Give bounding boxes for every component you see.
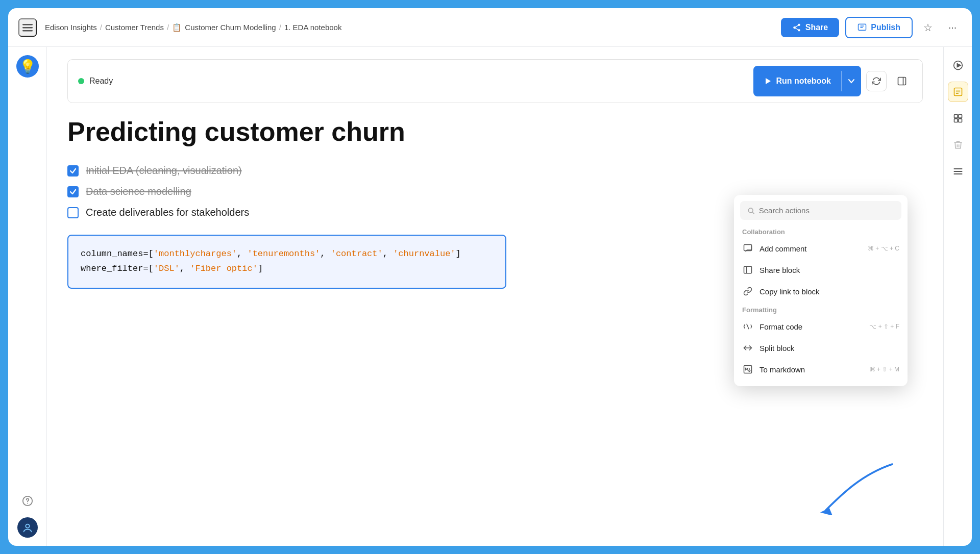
breadcrumb-current: 1. EDA notebook	[284, 23, 342, 32]
app-logo: 💡	[16, 55, 39, 78]
add-comment-item[interactable]: Add comment ⌘ + ⌥ + C	[734, 238, 908, 259]
svg-rect-28	[958, 119, 962, 122]
svg-rect-26	[958, 115, 962, 118]
svg-rect-1	[22, 27, 33, 29]
page-title: Predicting customer churn	[67, 117, 923, 146]
split-block-item[interactable]: Split block	[734, 337, 908, 359]
svg-marker-18	[820, 506, 835, 515]
list-item: Initial EDA (cleaning, visualization)	[67, 165, 923, 177]
right-panel-toggle[interactable]	[892, 71, 912, 91]
copy-link-label: Copy link to block	[760, 287, 893, 296]
copy-link-item[interactable]: Copy link to block	[734, 281, 908, 302]
format-code-item[interactable]: Format code ⌥ + ⇧ + F	[734, 316, 908, 337]
right-sidebar	[943, 47, 972, 546]
sidebar-toggle-button[interactable]	[18, 18, 37, 37]
formatting-section-label: Formatting	[734, 302, 908, 316]
status-bar-actions: Run notebook	[753, 66, 912, 96]
arrow-annotation	[811, 454, 902, 515]
run-notebook-main: Run notebook	[753, 77, 841, 86]
code-line-1: column_names=['monthlycharges', 'tenurem…	[81, 247, 493, 262]
breadcrumb-customer-trends[interactable]: Customer Trends	[105, 23, 164, 32]
search-actions-container	[740, 201, 901, 220]
search-icon	[747, 207, 755, 215]
share-block-label: Share block	[760, 266, 893, 274]
help-button[interactable]	[17, 491, 38, 511]
sidebar-bottom	[17, 491, 38, 538]
breadcrumb-sep-1: /	[100, 23, 102, 32]
more-options-button[interactable]: ···	[943, 18, 962, 37]
main-layout: 💡	[8, 47, 972, 546]
run-notebook-caret[interactable]	[842, 78, 861, 85]
breadcrumb-home[interactable]: Edison Insights	[45, 23, 97, 32]
code-block[interactable]: column_names=['monthlycharges', 'tenurem…	[67, 235, 506, 289]
svg-marker-20	[957, 64, 961, 67]
svg-rect-13	[744, 266, 752, 273]
star-button[interactable]: ☆	[919, 18, 937, 37]
header-actions: Share Publish ☆ ···	[781, 17, 962, 38]
delete-button[interactable]	[948, 135, 968, 155]
format-code-shortcut: ⌥ + ⇧ + F	[869, 323, 899, 330]
format-code-icon	[742, 321, 753, 332]
status-dot	[78, 78, 84, 84]
header: Edison Insights / Customer Trends / 📋 Cu…	[8, 8, 972, 47]
svg-rect-25	[954, 115, 958, 118]
svg-rect-0	[22, 24, 33, 26]
markdown-icon	[742, 364, 753, 375]
status-bar: Ready Run notebook	[67, 59, 923, 103]
add-comment-label: Add comment	[760, 244, 862, 253]
format-code-label: Format code	[760, 322, 863, 331]
breadcrumb: Edison Insights / Customer Trends / 📋 Cu…	[45, 23, 773, 32]
svg-marker-7	[766, 78, 771, 84]
svg-point-10	[748, 208, 753, 213]
context-menu: Collaboration Add comment ⌘ + ⌥ + C	[734, 195, 908, 386]
to-markdown-shortcut: ⌘ + ⇧ + M	[869, 366, 899, 373]
comment-icon	[742, 243, 753, 254]
code-line-2: where_filter=['DSL', 'Fiber optic']	[81, 262, 493, 276]
notes-button[interactable]	[948, 82, 968, 102]
svg-point-5	[27, 503, 28, 504]
to-markdown-label: To markdown	[760, 365, 863, 374]
link-icon	[742, 286, 753, 297]
play-button[interactable]	[948, 55, 968, 75]
run-notebook-label: Run notebook	[776, 77, 831, 86]
svg-rect-2	[22, 30, 33, 32]
grid-button[interactable]	[948, 108, 968, 129]
share-block-item[interactable]: Share block	[734, 259, 908, 281]
svg-point-6	[26, 524, 29, 528]
share-button-label: Share	[805, 23, 828, 32]
share-button[interactable]: Share	[781, 18, 839, 37]
add-comment-shortcut: ⌘ + ⌥ + C	[868, 245, 899, 252]
run-notebook-button[interactable]: Run notebook	[753, 66, 861, 96]
left-sidebar: 💡	[8, 47, 47, 546]
collaboration-section-label: Collaboration	[734, 224, 908, 238]
checkbox-1[interactable]	[67, 165, 79, 177]
svg-line-11	[752, 212, 754, 213]
menu-lines-button[interactable]	[948, 161, 968, 182]
status-text: Ready	[89, 77, 113, 86]
breadcrumb-notebook-name[interactable]: 📋 Customer Churn Modelling	[172, 23, 276, 32]
split-block-icon	[742, 342, 753, 354]
logo-icon: 💡	[19, 59, 36, 74]
share-block-icon	[742, 264, 753, 275]
svg-rect-8	[898, 78, 906, 85]
breadcrumb-sep-3: /	[279, 23, 281, 32]
split-block-label: Split block	[760, 344, 893, 352]
checkbox-2[interactable]	[67, 186, 79, 197]
checklist-text-3: Create deliverables for stakeholders	[86, 207, 249, 218]
publish-button-label: Publish	[871, 23, 900, 32]
status-indicator: Ready	[78, 77, 113, 86]
checklist-text-2: Data science modelling	[86, 186, 191, 197]
refresh-button[interactable]	[866, 71, 887, 91]
svg-line-14	[747, 324, 749, 330]
search-actions-input[interactable]	[759, 206, 894, 215]
user-avatar[interactable]	[17, 517, 38, 538]
to-markdown-item[interactable]: To markdown ⌘ + ⇧ + M	[734, 359, 908, 380]
checkbox-3[interactable]	[67, 207, 79, 218]
svg-rect-27	[954, 119, 958, 122]
checklist-text-1: Initial EDA (cleaning, visualization)	[86, 165, 242, 177]
breadcrumb-sep-2: /	[167, 23, 169, 32]
publish-button[interactable]: Publish	[845, 17, 913, 38]
content-area: Ready Run notebook	[47, 47, 943, 546]
